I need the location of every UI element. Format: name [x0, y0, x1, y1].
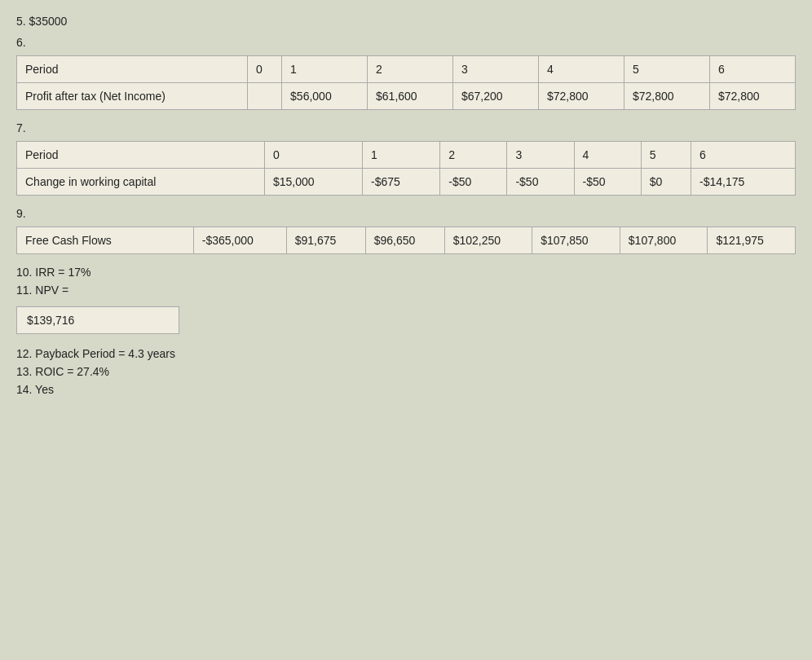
table6-row-v2: $61,600	[368, 83, 453, 110]
table6-col-0: 0	[247, 56, 281, 83]
table-6: Period 0 1 2 3 4 5 6 Profit after tax (N…	[16, 55, 796, 110]
table6-col-2: 2	[368, 56, 453, 83]
table6-row-v0	[247, 83, 281, 110]
table-9: Free Cash Flows -$365,000 $91,675 $96,65…	[16, 227, 796, 254]
item-6-label: 6.	[16, 36, 796, 49]
table6-row-v4: $72,800	[538, 83, 624, 110]
table6-row-v1: $56,000	[282, 83, 368, 110]
table-row: Change in working capital $15,000 -$675 …	[17, 169, 796, 196]
table9-v1: $91,675	[286, 227, 365, 254]
table7-row-v3: -$50	[507, 169, 574, 196]
table7-row-v4: -$50	[574, 169, 641, 196]
item-9-label: 9.	[16, 207, 796, 220]
table6-col-5: 5	[624, 56, 709, 83]
npv-value-box: $139,716	[16, 306, 179, 334]
table7-row-v6: -$14,175	[691, 169, 796, 196]
table6-col-period: Period	[17, 56, 248, 83]
table6-col-1: 1	[282, 56, 368, 83]
table6-row-v6: $72,800	[709, 83, 795, 110]
table9-v6: $121,975	[708, 227, 796, 254]
table9-v0: -$365,000	[193, 227, 286, 254]
table6-row-v5: $72,800	[624, 83, 709, 110]
table6-col-3: 3	[453, 56, 539, 83]
table9-v3: $102,250	[444, 227, 532, 254]
table7-col-5: 5	[641, 142, 691, 169]
table7-row-v2: -$50	[440, 169, 507, 196]
table7-row-label: Change in working capital	[17, 169, 265, 196]
table6-row-v3: $67,200	[453, 83, 539, 110]
table7-row-v1: -$675	[362, 169, 439, 196]
table-row: Profit after tax (Net Income) $56,000 $6…	[17, 83, 796, 110]
item-11-npv: 11. NPV =	[16, 284, 796, 297]
table7-col-2: 2	[440, 142, 507, 169]
table9-label: Free Cash Flows	[17, 227, 194, 254]
table7-col-0: 0	[264, 142, 362, 169]
table9-v4: $107,850	[532, 227, 620, 254]
table7-col-period: Period	[17, 142, 265, 169]
table7-row-v0: $15,000	[264, 169, 362, 196]
table-7: Period 0 1 2 3 4 5 6 Change in working c…	[16, 141, 796, 196]
table-row: Free Cash Flows -$365,000 $91,675 $96,65…	[17, 227, 796, 254]
table9-v2: $96,650	[365, 227, 444, 254]
table7-col-3: 3	[507, 142, 574, 169]
table7-col-6: 6	[691, 142, 796, 169]
item-10-irr: 10. IRR = 17%	[16, 266, 796, 279]
item-12-payback: 12. Payback Period = 4.3 years	[16, 347, 796, 360]
item-7-label: 7.	[16, 121, 796, 134]
item-14-yes: 14. Yes	[16, 383, 796, 396]
table6-col-6: 6	[709, 56, 795, 83]
table7-col-4: 4	[574, 142, 641, 169]
table6-row-label: Profit after tax (Net Income)	[17, 83, 248, 110]
table6-col-4: 4	[538, 56, 624, 83]
table7-row-v5: $0	[641, 169, 691, 196]
item-5-label: 5. $35000	[16, 15, 796, 28]
table7-col-1: 1	[362, 142, 439, 169]
item-13-roic: 13. ROIC = 27.4%	[16, 365, 796, 378]
table9-v5: $107,800	[620, 227, 708, 254]
